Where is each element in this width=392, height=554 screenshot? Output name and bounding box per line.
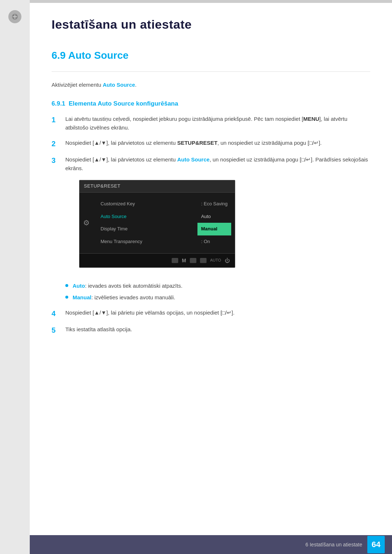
bullet-manual-label: Manual <box>73 294 91 300</box>
value-auto: Auto <box>197 210 231 223</box>
section-heading: 6.9 Auto Source <box>52 50 370 61</box>
steps-list-continued: 4 Nospiediet [▲/▼], lai pārietu pie vēla… <box>52 308 370 335</box>
subsection-title: Elementa Auto Source konfigurēšana <box>69 100 178 107</box>
step-1-text: Lai atvērtu taustiņu ceļvedi, nospiediet… <box>65 115 370 132</box>
chapter-title: Iestatīšana un atiestate <box>52 17 370 32</box>
step-3-text: Nospiediet [▲/▼], lai pārvietotos uz ele… <box>65 155 370 275</box>
bullet-manual: Manual: izvēlieties ievades avotu manuāl… <box>65 293 370 302</box>
bullet-list: Auto: ievades avots tiek automātiski atp… <box>65 282 370 302</box>
bottom-icon-label-m: M <box>182 257 186 264</box>
menu-item-label-active: Auto Source <box>101 214 127 219</box>
step-1: 1 Lai atvērtu taustiņu ceļvedi, nospiedi… <box>52 115 370 132</box>
footer-page-number: 64 <box>367 536 385 553</box>
bullet-auto-text: Auto: ievades avots tiek automātiski atp… <box>73 282 183 290</box>
menu-item-label: Display Time <box>101 226 127 231</box>
step-5-num: 5 <box>52 325 62 335</box>
steps-list: 1 Lai atvērtu taustiņu ceļvedi, nospiedi… <box>52 115 370 275</box>
bottom-icon-3 <box>200 258 207 263</box>
step-2-num: 2 <box>52 139 62 149</box>
bottom-icon-2 <box>190 258 196 263</box>
bullet-auto-desc: : ievades avots tiek automātiski atpazīt… <box>85 283 182 289</box>
menu-item-display-time: Display Time <box>93 223 197 235</box>
gear-icon-area: ⚙ <box>79 196 93 250</box>
value-on: : On <box>197 235 231 248</box>
step-4-num: 4 <box>52 308 62 319</box>
menu-item-menu-transparency: Menu Transparency <box>93 235 197 248</box>
menu-item-auto-source: Auto Source <box>93 210 197 223</box>
intro-text-before: Aktivizējiet elementu <box>52 82 103 88</box>
bottom-icon-power: ⏻ <box>225 257 230 264</box>
menu-item-label: Menu Transparency <box>101 239 142 244</box>
step-2: 2 Nospiediet [▲/▼], lai pārvietotos uz e… <box>52 139 370 149</box>
section-number: 6.9 <box>52 50 66 61</box>
menu-item-label: Customized Key <box>101 201 135 206</box>
intro-text-after: . <box>135 82 136 88</box>
gear-icon: ⚙ <box>83 217 90 229</box>
bullet-auto: Auto: ievades avots tiek automātiski atp… <box>65 282 370 290</box>
subsection-heading: 6.9.1 Elementa Auto Source konfigurēšana <box>52 100 370 107</box>
sidebar-circle-icon <box>8 10 21 23</box>
bullet-dot-manual <box>65 296 68 299</box>
intro-paragraph: Aktivizējiet elementu Auto Source. <box>52 81 370 89</box>
divider <box>52 71 370 72</box>
subsection-number: 6.9.1 <box>52 100 65 107</box>
bullet-manual-text: Manual: izvēlieties ievades avotu manuāl… <box>73 293 175 302</box>
page-container: Iestatīšana un atiestate 6.9 Auto Source… <box>0 0 392 554</box>
left-sidebar <box>0 0 30 554</box>
main-content: Iestatīšana un atiestate 6.9 Auto Source… <box>30 0 392 371</box>
step-2-text: Nospiediet [▲/▼], lai pārvietotos uz ele… <box>65 139 370 147</box>
intro-highlight: Auto Source <box>103 82 135 88</box>
step-1-num: 1 <box>52 115 62 125</box>
screenshot-title: SETUP&RESET <box>84 183 121 189</box>
screenshot-body: ⚙ Customized Key Auto Source Di <box>79 193 235 253</box>
bullet-dot-auto <box>65 284 68 287</box>
bullet-auto-label: Auto <box>73 283 85 289</box>
bullet-manual-desc: : izvēlieties ievades avotu manuāli. <box>91 294 175 300</box>
screenshot-values: : Eco Saving Auto Manual : On <box>197 196 235 250</box>
step-3: 3 Nospiediet [▲/▼], lai pārvietotos uz e… <box>52 155 370 275</box>
screenshot-box: SETUP&RESET ⚙ Customized Key <box>79 180 235 268</box>
bottom-icon-1 <box>172 258 178 263</box>
value-eco-saving: : Eco Saving <box>197 198 231 210</box>
step-4-text: Nospiediet [▲/▼], lai pārietu pie vēlamā… <box>65 308 370 317</box>
step-5: 5 Tiks iestatīta atlasītā opcija. <box>52 325 370 335</box>
step-4: 4 Nospiediet [▲/▼], lai pārietu pie vēla… <box>52 308 370 319</box>
section-title: Auto Source <box>68 50 128 61</box>
menu-item-customized-key: Customized Key <box>93 198 197 210</box>
bottom-icon-label-auto: AUTO <box>210 257 221 264</box>
page-footer: 6 Iestatīšana un atiestate 64 <box>30 535 392 554</box>
value-manual: Manual <box>197 223 231 235</box>
screenshot-menu: Customized Key Auto Source Display Time … <box>93 196 197 250</box>
screenshot-title-bar: SETUP&RESET <box>79 180 235 193</box>
footer-text: 6 Iestatīšana un atiestate <box>306 542 362 547</box>
screenshot-bottom-bar: M AUTO ⏻ <box>79 253 235 267</box>
step-3-num: 3 <box>52 155 62 165</box>
step-5-text: Tiks iestatīta atlasītā opcija. <box>65 325 370 334</box>
